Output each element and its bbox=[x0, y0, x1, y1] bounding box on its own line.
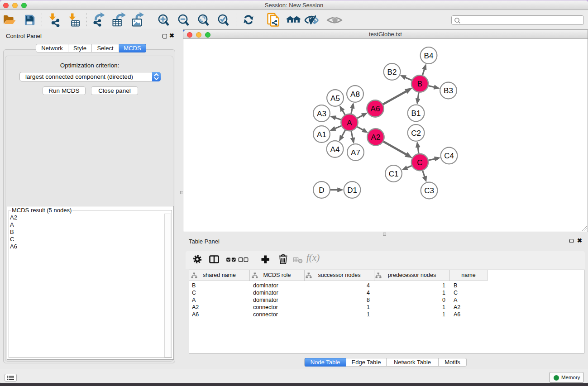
svg-text:A3: A3 bbox=[317, 110, 326, 118]
svg-text:A6: A6 bbox=[371, 105, 380, 113]
svg-text:C4: C4 bbox=[444, 152, 454, 160]
svg-text:C3: C3 bbox=[424, 186, 434, 195]
svg-text:A8: A8 bbox=[350, 90, 360, 99]
svg-text:B3: B3 bbox=[444, 86, 453, 95]
svg-text:D1: D1 bbox=[347, 186, 357, 195]
svg-text:B: B bbox=[417, 80, 422, 88]
svg-text:A1: A1 bbox=[317, 130, 326, 139]
svg-text:A: A bbox=[347, 119, 352, 127]
svg-text:C2: C2 bbox=[411, 129, 421, 138]
svg-text:A2: A2 bbox=[371, 133, 381, 142]
svg-text:A5: A5 bbox=[330, 94, 340, 103]
svg-text:B2: B2 bbox=[387, 68, 397, 76]
svg-text:C1: C1 bbox=[389, 170, 399, 178]
svg-text:B4: B4 bbox=[424, 52, 434, 60]
svg-text:C: C bbox=[417, 158, 422, 167]
svg-text:A4: A4 bbox=[330, 145, 340, 154]
svg-text:A7: A7 bbox=[351, 148, 360, 157]
svg-text:B1: B1 bbox=[411, 109, 421, 118]
svg-text:D: D bbox=[319, 186, 324, 195]
